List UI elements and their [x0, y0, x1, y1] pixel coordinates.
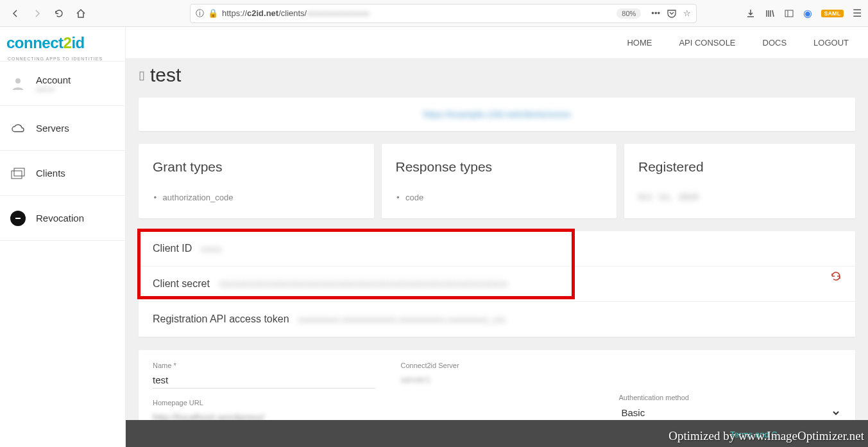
page-title-text: test — [150, 64, 181, 86]
card-title: Registered — [638, 159, 841, 175]
info-icon: ⓘ — [196, 8, 204, 19]
home-button[interactable] — [72, 4, 90, 22]
client-id-value: xxxxx — [201, 244, 222, 254]
card-title: Response types — [396, 159, 603, 175]
client-secret-row: Client secret XXXXXXXXXXXXXXXXXXXXXXXXXX… — [139, 267, 855, 302]
revocation-icon — [10, 211, 26, 226]
user-icon — [10, 76, 26, 91]
nav-home[interactable]: HOME — [627, 38, 652, 48]
page-title: ▯ test — [126, 59, 868, 98]
sidebar-item-label: Servers — [36, 123, 69, 134]
svg-rect-4 — [14, 168, 24, 176]
menu-icon[interactable]: ☰ — [853, 7, 862, 19]
sidebar-account-sub: admin — [36, 85, 71, 93]
logo[interactable]: connect2id — [0, 27, 125, 59]
client-icon: ▯ — [139, 68, 145, 82]
sidebar: connect2id CONNECTING APPS TO IDENTITIES… — [0, 27, 126, 447]
sidebar-item-label: Account — [36, 74, 71, 85]
svg-rect-0 — [785, 10, 793, 17]
refresh-secret-button[interactable] — [830, 270, 842, 283]
library-icon[interactable] — [765, 8, 775, 19]
credentials-card: Client ID xxxxx Client secret XXXXXXXXXX… — [139, 231, 855, 337]
sidebar-item-clients[interactable]: Clients — [0, 151, 125, 196]
svg-rect-3 — [12, 171, 22, 179]
card-value: • authorization_code — [153, 193, 360, 203]
extension-icon[interactable]: ◉ — [803, 7, 812, 19]
back-button[interactable] — [6, 4, 24, 22]
nav-docs[interactable]: DOCS — [763, 38, 787, 48]
card-value: • code — [396, 193, 603, 203]
cloud-icon — [10, 121, 26, 136]
url-bar[interactable]: ⓘ 🔒 https://c2id.net/clients/xxxxxxxxxxx… — [190, 4, 697, 23]
registration-token-value: xxxxxxxxxx.xxxxxxxxxxxxx.xxxxxxxxxxx.xxx… — [298, 315, 506, 324]
clients-icon — [10, 166, 26, 181]
reload-button[interactable] — [50, 4, 68, 22]
lock-icon: 🔒 — [208, 8, 218, 18]
download-icon[interactable] — [745, 8, 756, 19]
server-value: server1 — [401, 372, 593, 387]
card-registered: Registered Oct 14, 2019 — [624, 144, 855, 218]
homepage-label: Homepage URL — [153, 399, 375, 407]
url-text: https://c2id.net/clients/xxxxxxxxxxxxxxx — [222, 8, 613, 18]
server-label: Connect2id Server — [401, 362, 593, 369]
svg-point-2 — [15, 78, 21, 83]
name-label: Name * — [153, 362, 375, 369]
card-response-types: Response types • code — [382, 144, 617, 218]
sidebar-icon[interactable] — [784, 8, 794, 19]
auth-method-select[interactable]: Basic — [619, 404, 842, 422]
nav-api-console[interactable]: API CONSOLE — [679, 38, 735, 48]
card-grant-types: Grant types • authorization_code — [139, 144, 374, 218]
extension-badge[interactable]: SAML — [821, 10, 844, 17]
star-icon[interactable]: ☆ — [683, 8, 691, 18]
sidebar-item-account[interactable]: Account admin — [0, 61, 125, 106]
more-icon[interactable]: ••• — [651, 8, 660, 18]
zoom-indicator[interactable]: 80% — [617, 8, 641, 19]
logo-tagline: CONNECTING APPS TO IDENTITIES — [0, 57, 125, 61]
nav-logout[interactable]: LOGOUT — [813, 38, 849, 48]
forward-button[interactable] — [28, 4, 46, 22]
banner-text: https://example.c2id.net/clients/xxxxx — [423, 109, 570, 119]
client-id-row: Client ID xxxxx — [139, 231, 855, 267]
top-nav: HOME API CONSOLE DOCS LOGOUT — [126, 27, 868, 59]
client-id-label: Client ID — [153, 243, 192, 254]
client-secret-label: Client secret — [153, 278, 210, 290]
card-title: Grant types — [153, 159, 360, 175]
pocket-icon[interactable] — [667, 8, 677, 19]
info-banner: https://example.c2id.net/clients/xxxxx — [139, 98, 855, 131]
name-input[interactable] — [153, 372, 375, 389]
sidebar-item-servers[interactable]: Servers — [0, 106, 125, 151]
watermark: Optimized by www.ImageOptimizer.net — [668, 429, 864, 443]
registration-token-label: Registration API access token — [153, 313, 289, 325]
registration-token-row: Registration API access token xxxxxxxxxx… — [139, 302, 855, 337]
client-secret-value: XXXXXXXXXXXXXXXXXXXXXXXXXXXXXXXXXXXXXXXX… — [219, 279, 508, 289]
main-content: HOME API CONSOLE DOCS LOGOUT ▯ test http… — [126, 27, 868, 447]
auth-method-label: Authentication method — [619, 394, 842, 401]
sidebar-item-revocation[interactable]: Revocation — [0, 196, 125, 241]
sidebar-item-label: Revocation — [36, 213, 84, 224]
sidebar-item-label: Clients — [36, 168, 65, 179]
browser-toolbar: ⓘ 🔒 https://c2id.net/clients/xxxxxxxxxxx… — [0, 0, 868, 27]
card-value: Oct 14, 2019 — [638, 193, 841, 202]
